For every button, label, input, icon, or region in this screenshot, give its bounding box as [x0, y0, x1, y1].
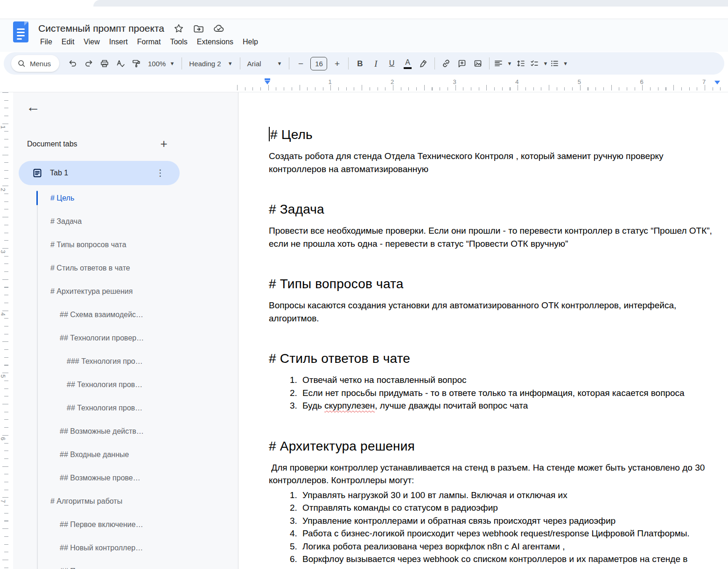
menu-item-edit[interactable]: Edit [57, 36, 79, 48]
cloud-saved-icon[interactable] [213, 23, 224, 34]
outline-item[interactable]: # Стиль ответов в чате [13, 257, 238, 280]
doc-list-item[interactable]: Управление контроллерами и обратная связ… [300, 514, 719, 527]
tab-label: Tab 1 [50, 169, 68, 177]
ruler-number: 2 [391, 78, 394, 85]
outline-item-label: ## П [60, 567, 76, 569]
search-icon [17, 59, 26, 68]
tab-options-icon[interactable]: ⋮ [153, 167, 168, 179]
docs-logo-icon[interactable] [13, 21, 28, 42]
menus-search-button[interactable]: Menus [11, 55, 59, 72]
outline-item[interactable]: ## Возможные прове… [13, 466, 238, 490]
increase-font-size-button[interactable]: + [329, 56, 345, 71]
italic-button[interactable]: I [368, 56, 384, 71]
ruler-number: 1 [328, 78, 331, 85]
chevron-down-icon: ▼ [228, 61, 233, 66]
star-icon[interactable] [174, 23, 184, 34]
add-tab-button[interactable]: + [154, 134, 173, 153]
insert-link-button[interactable] [438, 56, 454, 71]
doc-heading[interactable]: # Цель [269, 127, 719, 142]
right-indent-marker[interactable] [714, 78, 720, 84]
outline-item[interactable]: # Типы вопросов чата [13, 233, 238, 257]
menu-item-extensions[interactable]: Extensions [192, 36, 238, 48]
font-select[interactable]: Arial▼ [244, 60, 286, 68]
doc-heading[interactable]: # Задача [269, 202, 719, 217]
outline-item[interactable]: # Алгоритмы работы [13, 490, 238, 513]
outline-item[interactable]: ## П [13, 560, 238, 569]
left-indent-marker[interactable] [265, 78, 270, 84]
font-size-input[interactable]: 16 [310, 57, 327, 70]
menu-item-tools[interactable]: Tools [165, 36, 192, 48]
outline-item[interactable]: # Цель [13, 187, 238, 210]
outline-item[interactable]: ## Входные данные [13, 443, 238, 466]
outline-item-label: ## Схема взаимодейс… [60, 311, 143, 319]
google-docs-window: Системный промпт проекта FileEditViewIns… [0, 0, 728, 569]
image-icon [473, 59, 483, 68]
outline-item[interactable]: # Архитектура решения [13, 280, 238, 303]
text-color-button[interactable]: A [399, 56, 415, 71]
outline-list: # Цель# Задача# Типы вопросов чата# Стил… [13, 187, 238, 569]
paint-roller-icon [132, 59, 141, 68]
divider [489, 57, 490, 69]
bold-button[interactable]: B [352, 56, 368, 71]
add-comment-button[interactable] [454, 56, 470, 71]
menu-item-format[interactable]: Format [133, 36, 166, 48]
outline-item-label: ## Входные данные [60, 451, 129, 459]
print-button[interactable] [97, 56, 112, 71]
underline-button[interactable]: U [384, 56, 399, 71]
menu-item-file[interactable]: File [35, 36, 57, 48]
doc-list-item[interactable]: Логика робота реализована через воркфлок… [300, 540, 719, 553]
document-canvas[interactable]: # ЦельСоздать робота для стенда Отдела Т… [239, 92, 728, 569]
text-cursor [269, 127, 270, 141]
outline-item[interactable]: # Задача [13, 210, 238, 233]
outline-item[interactable]: ### Технология про… [13, 350, 238, 373]
outline-item[interactable]: ## Возможные действ… [13, 420, 238, 443]
outline-item[interactable]: ## Схема взаимодейс… [13, 303, 238, 326]
outline-item[interactable]: ## Новый контроллер… [13, 536, 238, 560]
highlight-color-button[interactable] [415, 56, 431, 71]
outline-item[interactable]: ## Первое включение… [13, 513, 238, 536]
outline-item[interactable]: ## Технология пров… [13, 373, 238, 396]
doc-paragraph[interactable]: Для проверки контроллер устанавливается … [269, 461, 719, 487]
redo-button[interactable] [81, 56, 97, 71]
doc-list-item[interactable]: Будь скурпулезен, лучше дважды почитай в… [300, 399, 719, 412]
current-color-swatch [404, 67, 412, 69]
align-button[interactable]: ▼ [493, 56, 513, 71]
spellcheck-button[interactable] [112, 56, 128, 71]
browser-chrome-strip [0, 0, 728, 19]
doc-list-item[interactable]: Если нет просьбы придумать - то в ответе… [300, 387, 719, 400]
doc-heading[interactable]: # Стиль ответов в чате [269, 351, 719, 366]
line-spacing-button[interactable] [513, 56, 529, 71]
bulleted-list-button[interactable]: ▼ [549, 56, 569, 71]
doc-heading[interactable]: # Архитектура решения [269, 439, 719, 454]
line-spacing-icon [516, 59, 525, 68]
doc-heading[interactable]: # Типы вопросов чата [269, 277, 719, 291]
insert-image-button[interactable] [470, 56, 486, 71]
menu-item-view[interactable]: View [79, 36, 104, 48]
paint-format-button[interactable] [128, 56, 144, 71]
doc-list-item[interactable]: Управлять нагрузкой 30 и 100 вт лампы. В… [300, 489, 719, 502]
back-arrow-button[interactable]: ← [22, 97, 44, 117]
doc-paragraph[interactable]: Провести все необходимые проверки. Если … [269, 224, 719, 250]
menu-item-insert[interactable]: Insert [105, 36, 133, 48]
menu-item-help[interactable]: Help [238, 36, 263, 48]
zoom-select[interactable]: 100%▼ [144, 60, 178, 68]
doc-list-item[interactable]: Отвечай четко на поставленный вопрос [300, 374, 719, 387]
text-run: Будь [302, 401, 324, 410]
doc-list-item[interactable]: Воркфлоу вызывается через webhook со спи… [300, 553, 719, 566]
undo-button[interactable] [65, 56, 81, 71]
ruler-number: 4 [0, 310, 7, 318]
paragraph-style-select[interactable]: Heading 2▼ [185, 60, 236, 68]
outline-item[interactable]: ## Технология пров… [13, 396, 238, 420]
move-folder-icon[interactable] [193, 23, 204, 34]
outline-item[interactable]: ## Технологии провер… [13, 326, 238, 350]
tab-item[interactable]: Tab 1 ⋮ [19, 161, 180, 185]
document-title[interactable]: Системный промпт проекта [38, 23, 164, 34]
doc-paragraph[interactable]: Вопросы касаются создания установки для … [269, 299, 719, 325]
checklist-button[interactable]: ▼ [529, 56, 549, 71]
font-value: Arial [247, 60, 261, 68]
outline-item-label: # Стиль ответов в чате [50, 264, 130, 272]
decrease-font-size-button[interactable]: − [293, 56, 308, 71]
doc-list-item[interactable]: Отправлять команды со статусом в радиоэф… [300, 501, 719, 514]
doc-paragraph[interactable]: Создать робота для стенда Отдела Техниче… [269, 150, 719, 175]
doc-list-item[interactable]: Работа с бизнес-логикой происходит через… [300, 527, 719, 540]
